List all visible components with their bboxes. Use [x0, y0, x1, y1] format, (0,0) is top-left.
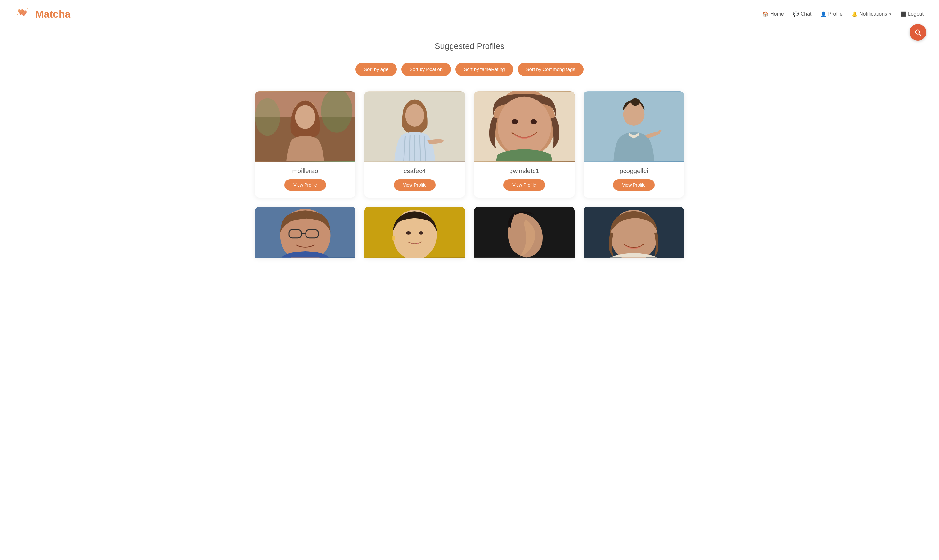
- profiles-grid-row2: [255, 207, 684, 258]
- brand-name: Matcha: [35, 8, 71, 20]
- person-photo-1: [255, 91, 356, 162]
- navbar: Matcha 🏠 Home 💬 Chat 👤 Profile 🔔 Notific…: [0, 0, 939, 28]
- view-profile-button-pcoggellci[interactable]: View Profile: [613, 179, 655, 191]
- chat-icon: 💬: [793, 11, 799, 17]
- sort-by-age-button[interactable]: Sort by age: [356, 63, 397, 76]
- svg-point-0: [18, 9, 19, 9]
- person-photo-3: [474, 91, 575, 162]
- profile-image-row2-1: [255, 207, 356, 258]
- svg-point-39: [419, 231, 423, 235]
- svg-point-40: [392, 235, 395, 241]
- profile-card-csafec4: csafec4 View Profile: [364, 91, 465, 198]
- person-photo-row2-3: [474, 207, 575, 258]
- profile-image-2: [364, 91, 465, 162]
- home-icon: 🏠: [763, 11, 769, 17]
- profile-image-row2-2: [364, 207, 465, 258]
- profile-card-row2-4: [583, 207, 684, 258]
- nav-chat[interactable]: 💬 Chat: [793, 11, 811, 17]
- profile-card-body-4: pcoggellci View Profile: [583, 162, 684, 198]
- profile-image-4: [583, 91, 684, 162]
- search-fab-button[interactable]: [910, 24, 926, 41]
- person-photo-row2-2: [364, 207, 465, 258]
- svg-point-23: [498, 97, 551, 156]
- username-csafec4: csafec4: [370, 168, 460, 175]
- sort-buttons-container: Sort by age Sort by location Sort by fam…: [255, 63, 684, 76]
- profile-card-row2-3: [474, 207, 575, 258]
- svg-point-2: [17, 14, 18, 15]
- profile-image-row2-3: [474, 207, 575, 258]
- view-profile-button-moillerao[interactable]: View Profile: [284, 179, 326, 191]
- sort-by-location-button[interactable]: Sort by location: [401, 63, 451, 76]
- search-icon: [914, 29, 921, 36]
- profile-card-row2-2: [364, 207, 465, 258]
- person-photo-2: [364, 91, 465, 162]
- username-pcoggellci: pcoggellci: [589, 168, 679, 175]
- svg-point-1: [27, 8, 28, 9]
- profile-card-gwinsletc1: gwinsletc1 View Profile: [474, 91, 575, 198]
- profile-card-body-1: moillerao View Profile: [255, 162, 356, 198]
- nav-links: 🏠 Home 💬 Chat 👤 Profile 🔔 Notifications …: [763, 11, 924, 17]
- chevron-down-icon: ▾: [890, 12, 891, 16]
- svg-point-10: [295, 105, 316, 129]
- svg-line-4: [919, 34, 921, 35]
- profile-card-moillerao: moillerao View Profile: [255, 91, 356, 198]
- profile-card-body-2: csafec4 View Profile: [364, 162, 465, 198]
- profile-card-row2-1: [255, 207, 356, 258]
- svg-point-15: [406, 104, 424, 127]
- bell-icon: 🔔: [851, 11, 858, 17]
- brand-link[interactable]: Matcha: [15, 6, 71, 22]
- profile-card-pcoggellci: pcoggellci View Profile: [583, 91, 684, 198]
- person-photo-4: [583, 91, 684, 162]
- profile-image-1: [255, 91, 356, 162]
- person-photo-row2-4: [583, 207, 684, 258]
- profiles-grid-row1: moillerao View Profile: [255, 91, 684, 198]
- nav-notifications[interactable]: 🔔 Notifications ▾: [851, 11, 891, 17]
- logout-icon: ⬛: [900, 11, 906, 17]
- view-profile-button-gwinsletc1[interactable]: View Profile: [503, 179, 545, 191]
- nav-logout[interactable]: ⬛ Logout: [900, 11, 924, 17]
- svg-point-8: [255, 98, 280, 136]
- profile-image-3: [474, 91, 575, 162]
- sort-by-fame-button[interactable]: Sort by fameRating: [455, 63, 513, 76]
- username-moillerao: moillerao: [260, 168, 350, 175]
- nav-home[interactable]: 🏠 Home: [763, 11, 784, 17]
- profile-icon: 👤: [820, 11, 826, 17]
- page-title: Suggested Profiles: [255, 41, 684, 51]
- svg-point-25: [531, 119, 537, 124]
- person-photo-row2-1: [255, 207, 356, 258]
- view-profile-button-csafec4[interactable]: View Profile: [394, 179, 436, 191]
- username-gwinsletc1: gwinsletc1: [479, 168, 569, 175]
- svg-point-38: [406, 231, 411, 235]
- profile-image-row2-4: [583, 207, 684, 258]
- brand-logo-icon: [15, 6, 32, 22]
- main-content: Suggested Profiles Sort by age Sort by l…: [245, 28, 694, 271]
- sort-by-tags-button[interactable]: Sort by Commong tags: [518, 63, 583, 76]
- svg-point-24: [512, 119, 518, 124]
- svg-point-30: [631, 98, 640, 106]
- nav-profile[interactable]: 👤 Profile: [820, 11, 843, 17]
- profile-card-body-3: gwinsletc1 View Profile: [474, 162, 575, 198]
